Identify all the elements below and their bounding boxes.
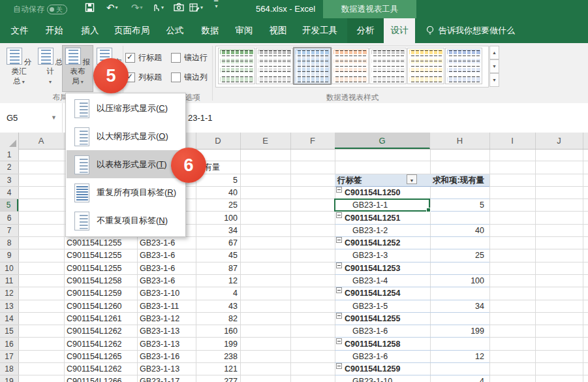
sheet-row[interactable]: C901154L1262GB23-1-13199 (18, 338, 588, 351)
pivot-item-row[interactable]: GB23-1-4100 (335, 275, 489, 287)
row-header[interactable]: 11 (0, 275, 18, 287)
menu-item-repeat-labels[interactable]: 重复所有项目标签(R) (67, 178, 185, 206)
row-header[interactable]: 18 (0, 363, 18, 375)
report-layout-button[interactable]: 报表布 局 (63, 46, 93, 91)
row-header[interactable]: 1 (0, 149, 18, 161)
row-header[interactable]: 19 (0, 375, 18, 382)
sheet-row[interactable]: C901154L1260GB23-1-1143 (18, 300, 588, 313)
column-header-f[interactable]: F (290, 133, 335, 149)
row-header[interactable]: 10 (0, 263, 18, 275)
row-header[interactable]: 13 (0, 300, 18, 313)
menu-item-tabular-form[interactable]: 以表格形式显示(T) (67, 150, 185, 178)
table-tool-button[interactable]: ▾ (189, 3, 203, 12)
column-header-e[interactable]: E (240, 133, 291, 149)
pivot-group-row[interactable]: C901154L1252 (335, 237, 489, 249)
row-header[interactable]: 4 (0, 187, 18, 199)
collapse-icon[interactable] (336, 212, 342, 218)
tab-developer[interactable]: 开发工具 (298, 18, 342, 43)
customize-qat-button[interactable]: ▔▾ (214, 3, 218, 8)
sheet-row[interactable]: C901154L1261GB23-1-1282 (18, 313, 588, 325)
sheet-row[interactable]: C901154L1266GB23-1-17277 (18, 375, 588, 382)
row-header[interactable]: 7 (0, 225, 18, 237)
banded-columns-checkbox[interactable]: 镶边列 (171, 72, 208, 83)
subtotals-button[interactable]: 分类汇 总 (4, 46, 34, 91)
pivot-group-row[interactable]: C901154L1258 (335, 338, 489, 351)
sheet-row[interactable]: C901154L1255GB23-1-687 (18, 263, 588, 275)
pivot-group-row[interactable]: C901154L1253 (335, 263, 489, 275)
pivot-style-thumbnail-selected[interactable] (294, 48, 330, 84)
pivot-item-row[interactable]: GB23-1-325 (335, 249, 489, 262)
column-header-g-selected[interactable]: G (335, 133, 430, 149)
sheet-row[interactable]: C901154L1259GB23-1-104 (18, 287, 588, 300)
pivot-item-row[interactable]: GB23-1-104 (335, 375, 489, 382)
formula-input[interactable]: 23-1-1 (188, 103, 213, 133)
row-header[interactable]: 8 (0, 237, 18, 249)
sheet-row[interactable]: C901154L1262GB23-1-13160 (18, 325, 588, 338)
gallery-more-button[interactable]: ▼ (489, 73, 499, 87)
row-headers-checkbox[interactable]: 行标题 (125, 52, 162, 63)
pivot-style-thumbnail[interactable] (256, 48, 292, 84)
collapse-icon[interactable] (336, 313, 342, 319)
sheet-row[interactable]: C901154L1258GB23-1-612 (18, 275, 588, 287)
pivot-style-thumbnail[interactable] (332, 48, 368, 84)
pivot-group-row[interactable]: C901154L1251 (335, 212, 489, 225)
pivot-style-thumbnail[interactable] (446, 48, 482, 84)
collapse-icon[interactable] (336, 338, 342, 344)
camera-button[interactable] (174, 3, 184, 12)
collapse-icon[interactable] (336, 237, 342, 243)
redo-button[interactable]: ↷▾ (131, 3, 143, 12)
menu-item-no-repeat-labels[interactable]: 不重复项目标签(N) (67, 206, 185, 234)
row-header[interactable]: 12 (0, 287, 18, 300)
fill-handle[interactable] (426, 208, 431, 212)
pivot-group-row[interactable]: C901154L1254 (335, 287, 489, 300)
pivot-style-thumbnail[interactable] (408, 48, 444, 84)
grand-totals-button[interactable]: 总计 (35, 46, 65, 91)
pivot-item-row[interactable]: GB23-1-534 (335, 300, 489, 313)
tab-insert[interactable]: 插入 (76, 18, 104, 43)
tab-review[interactable]: 审阅 (230, 18, 258, 43)
gallery-up-button[interactable]: ▲ (489, 46, 499, 59)
tab-file[interactable]: 文件 (7, 18, 33, 43)
row-header[interactable]: 2 (0, 161, 18, 174)
row-header[interactable]: 15 (0, 325, 18, 338)
pivot-group-row[interactable]: C901154L1259 (335, 363, 489, 375)
column-header-i[interactable]: I (489, 133, 536, 149)
column-header-d[interactable]: D (196, 133, 241, 149)
collapse-icon[interactable] (336, 187, 342, 193)
pivot-item-row[interactable]: GB23-1-240 (335, 225, 489, 237)
tell-me-box[interactable]: 告诉我你想要做什么 (426, 18, 515, 43)
sheet-row[interactable]: C901154L1262GB23-1-13121 (18, 363, 588, 375)
sheet-row[interactable]: C901154L1255GB23-1-645 (18, 249, 588, 262)
row-header[interactable]: 3 (0, 174, 18, 187)
row-header[interactable]: 6 (0, 212, 18, 225)
row-header[interactable]: 9 (0, 249, 18, 262)
menu-item-outline-form[interactable]: 以大纲形式显示(O) (67, 122, 185, 150)
column-header-h[interactable]: H (430, 133, 490, 149)
tab-home[interactable]: 开始 (40, 18, 68, 43)
touch-mode-button[interactable]: ▾ (151, 3, 164, 12)
collapse-icon[interactable] (336, 287, 342, 293)
row-header-selected[interactable]: 5 (0, 199, 18, 212)
pivot-item-row[interactable]: GB23-1-612 (335, 351, 489, 363)
collapse-icon[interactable] (336, 263, 342, 268)
sheet-row[interactable]: C901154L1255GB23-1-667 (18, 237, 588, 249)
tab-design[interactable]: 设计 (384, 18, 415, 43)
tab-formulas[interactable]: 公式 (161, 18, 189, 43)
tab-page-layout[interactable]: 页面布局 (111, 18, 153, 43)
menu-item-compact-form[interactable]: 以压缩形式显示(C) (67, 94, 185, 122)
pivot-style-thumbnail[interactable] (370, 48, 406, 84)
pivot-style-thumbnail[interactable] (219, 48, 255, 84)
filter-dropdown-button[interactable]: ▼ (407, 174, 417, 184)
column-header-a[interactable]: A (18, 133, 65, 149)
sheet-row[interactable]: C901154L1265GB23-1-16238 (18, 351, 588, 363)
column-header-j[interactable]: J (535, 133, 583, 149)
banded-rows-checkbox[interactable]: 镶边行 (171, 52, 208, 63)
row-header[interactable]: 16 (0, 338, 18, 351)
autosave-toggle[interactable]: 自动保存 关 (13, 4, 67, 15)
save-button[interactable] (85, 3, 95, 12)
row-header[interactable]: 17 (0, 351, 18, 363)
tab-view[interactable]: 视图 (264, 18, 292, 43)
row-header[interactable]: 14 (0, 313, 18, 325)
column-headers-checkbox[interactable]: 列标题 (125, 72, 162, 83)
tab-data[interactable]: 数据 (196, 18, 224, 43)
